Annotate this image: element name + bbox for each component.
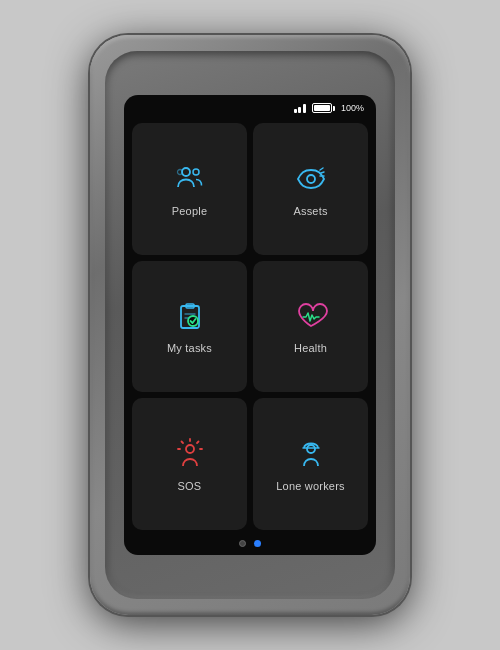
svg-line-16 [181, 442, 183, 444]
tile-my-tasks[interactable]: My tasks [132, 261, 247, 393]
assets-label: Assets [293, 205, 327, 217]
lone-workers-icon [293, 436, 329, 472]
svg-line-14 [197, 442, 199, 444]
battery-icon [312, 103, 335, 113]
sos-icon [172, 436, 208, 472]
device-inner: 100% People [105, 51, 395, 599]
dot-1[interactable] [239, 540, 246, 547]
people-icon [172, 161, 208, 197]
health-icon [293, 298, 329, 334]
svg-line-5 [321, 172, 324, 173]
battery-percent: 100% [341, 103, 364, 113]
tile-health[interactable]: Health [253, 261, 368, 393]
my-tasks-label: My tasks [167, 342, 212, 354]
screen: 100% People [124, 95, 376, 555]
sos-label: SOS [178, 480, 202, 492]
assets-icon [293, 161, 329, 197]
signal-icon [294, 104, 306, 113]
tasks-icon [172, 298, 208, 334]
tile-sos[interactable]: SOS [132, 398, 247, 530]
svg-point-18 [307, 445, 315, 453]
svg-point-12 [186, 445, 194, 453]
svg-point-1 [193, 169, 199, 175]
svg-line-4 [320, 168, 323, 170]
app-grid: People Assets [124, 117, 376, 534]
svg-point-3 [307, 175, 315, 183]
health-label: Health [294, 342, 327, 354]
tile-people[interactable]: People [132, 123, 247, 255]
tile-assets[interactable]: Assets [253, 123, 368, 255]
lone-workers-label: Lone workers [276, 480, 344, 492]
svg-point-0 [182, 168, 190, 176]
pagination-dots [124, 534, 376, 555]
device-outer: 100% People [90, 35, 410, 615]
people-label: People [172, 205, 207, 217]
tile-lone-workers[interactable]: Lone workers [253, 398, 368, 530]
dot-2[interactable] [254, 540, 261, 547]
status-bar: 100% [124, 95, 376, 117]
